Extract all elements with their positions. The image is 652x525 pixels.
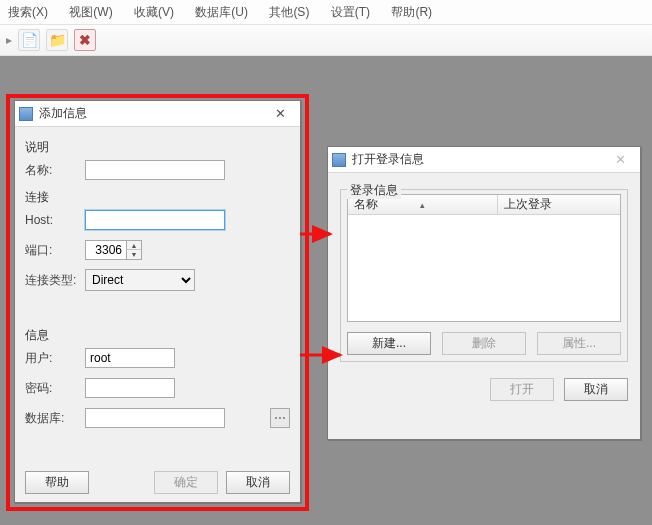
section-info: 信息 <box>25 327 290 344</box>
section-conn: 连接 <box>25 189 290 206</box>
workspace-area: 添加信息 ✕ 说明 名称: 连接 Host: 端口: ▲▼ 连接类 <box>0 56 652 525</box>
label-password: 密码: <box>25 380 85 397</box>
menu-view[interactable]: 视图(W) <box>69 5 112 19</box>
properties-button[interactable]: 属性... <box>537 332 621 355</box>
label-port: 端口: <box>25 242 85 259</box>
port-spinner[interactable]: ▲▼ <box>127 240 142 260</box>
open-login-dialog: 打开登录信息 ✕ 登录信息 名称 上次登录 新建... 删除 属性... <box>327 146 641 440</box>
menu-help[interactable]: 帮助(R) <box>391 5 432 19</box>
host-input[interactable] <box>85 210 225 230</box>
label-conn-type: 连接类型: <box>25 272 85 289</box>
new-doc-icon[interactable]: 📄 <box>18 29 40 51</box>
cancel-button[interactable]: 取消 <box>564 378 628 401</box>
login-info-group: 登录信息 名称 上次登录 新建... 删除 属性... <box>340 189 628 362</box>
dialog-close-button[interactable]: ✕ <box>606 150 634 170</box>
column-last-login[interactable]: 上次登录 <box>498 195 620 214</box>
label-user: 用户: <box>25 350 85 367</box>
dialog-close-button[interactable]: ✕ <box>266 104 294 124</box>
section-desc: 说明 <box>25 139 290 156</box>
group-label: 登录信息 <box>347 182 401 199</box>
dialog-title: 添加信息 <box>39 105 87 122</box>
menu-setting[interactable]: 设置(T) <box>331 5 370 19</box>
dialog-title: 打开登录信息 <box>352 151 424 168</box>
app-icon <box>332 153 346 167</box>
app-menubar: 搜索(X) 视图(W) 收藏(V) 数据库(U) 其他(S) 设置(T) 帮助(… <box>0 0 652 24</box>
database-input[interactable] <box>85 408 225 428</box>
label-name: 名称: <box>25 162 85 179</box>
menu-db[interactable]: 数据库(U) <box>195 5 248 19</box>
login-listview[interactable]: 名称 上次登录 <box>347 194 621 322</box>
app-toolbar: ▸ 📄 📁 ✖ <box>0 24 652 56</box>
password-input[interactable] <box>85 378 175 398</box>
user-input[interactable] <box>85 348 175 368</box>
open-doc-icon[interactable]: 📁 <box>46 29 68 51</box>
open-button[interactable]: 打开 <box>490 378 554 401</box>
help-button[interactable]: 帮助 <box>25 471 89 494</box>
app-icon <box>19 107 33 121</box>
conn-type-select[interactable]: Direct <box>85 269 195 291</box>
delete-button[interactable]: 删除 <box>442 332 526 355</box>
browse-db-button[interactable]: ⋯ <box>270 408 290 428</box>
label-host: Host: <box>25 213 85 227</box>
cancel-button[interactable]: 取消 <box>226 471 290 494</box>
menu-other[interactable]: 其他(S) <box>269 5 309 19</box>
ok-button[interactable]: 确定 <box>154 471 218 494</box>
port-input[interactable] <box>85 240 127 260</box>
dialog-titlebar[interactable]: 打开登录信息 ✕ <box>328 147 640 173</box>
new-button[interactable]: 新建... <box>347 332 431 355</box>
menu-fav[interactable]: 收藏(V) <box>134 5 174 19</box>
menu-search[interactable]: 搜索(X) <box>8 5 48 19</box>
dialog-titlebar[interactable]: 添加信息 ✕ <box>15 101 300 127</box>
add-info-dialog: 添加信息 ✕ 说明 名称: 连接 Host: 端口: ▲▼ 连接类 <box>14 100 301 503</box>
label-database: 数据库: <box>25 410 85 427</box>
name-input[interactable] <box>85 160 225 180</box>
close-icon[interactable]: ✖ <box>74 29 96 51</box>
